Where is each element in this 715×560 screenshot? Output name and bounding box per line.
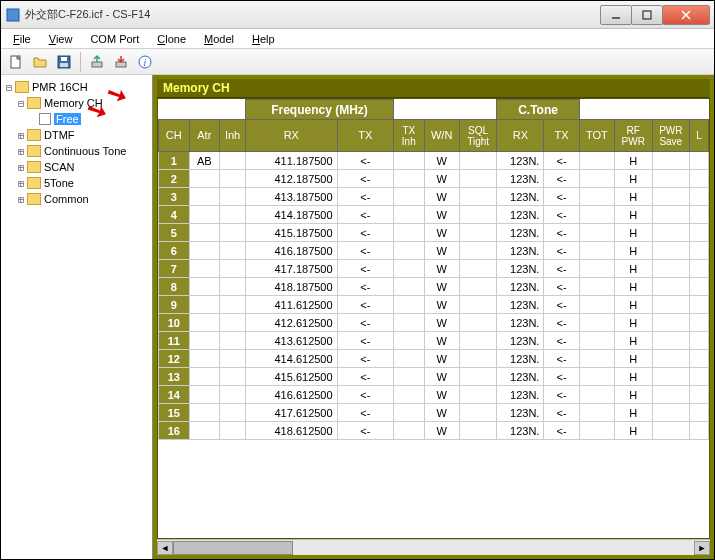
cell-inh[interactable] <box>220 278 246 296</box>
cell-ctone-tx[interactable]: <- <box>544 350 579 368</box>
tree-item-continuous-tone[interactable]: ⊞Continuous Tone <box>3 143 150 159</box>
cell-tot[interactable] <box>579 386 614 404</box>
tree-item-free[interactable]: Free <box>3 111 150 127</box>
cell-wn[interactable]: W <box>424 404 459 422</box>
cell-tx[interactable]: <- <box>337 368 393 386</box>
cell-ctone-tx[interactable]: <- <box>544 188 579 206</box>
cell-txinh[interactable] <box>394 278 425 296</box>
menu-model[interactable]: Model <box>196 31 242 47</box>
cell-ch[interactable]: 2 <box>159 170 190 188</box>
header-wn[interactable]: W/N <box>424 120 459 152</box>
cell-inh[interactable] <box>220 188 246 206</box>
cell-ch[interactable]: 15 <box>159 404 190 422</box>
header-tot[interactable]: TOT <box>579 120 614 152</box>
cell-lo[interactable] <box>690 386 709 404</box>
cell-atr[interactable] <box>189 188 220 206</box>
cell-tot[interactable] <box>579 368 614 386</box>
cell-lo[interactable] <box>690 350 709 368</box>
cell-sql[interactable] <box>459 296 497 314</box>
cell-ctone-rx[interactable]: 123N. <box>497 422 544 440</box>
cell-tx[interactable]: <- <box>337 188 393 206</box>
cell-ch[interactable]: 5 <box>159 224 190 242</box>
cell-sql[interactable] <box>459 278 497 296</box>
cell-wn[interactable]: W <box>424 170 459 188</box>
cell-sql[interactable] <box>459 368 497 386</box>
cell-tx[interactable]: <- <box>337 152 393 170</box>
cell-txinh[interactable] <box>394 224 425 242</box>
table-row[interactable]: 5415.187500<-W123N.<-H <box>159 224 709 242</box>
cell-rfpwr[interactable]: H <box>614 170 652 188</box>
cell-rx[interactable]: 412.612500 <box>245 314 337 332</box>
table-row[interactable]: 13415.612500<-W123N.<-H <box>159 368 709 386</box>
cell-txinh[interactable] <box>394 170 425 188</box>
table-row[interactable]: 9411.612500<-W123N.<-H <box>159 296 709 314</box>
cell-ctone-tx[interactable]: <- <box>544 224 579 242</box>
cell-rfpwr[interactable]: H <box>614 404 652 422</box>
scroll-right-button[interactable]: ► <box>694 541 710 555</box>
cell-inh[interactable] <box>220 296 246 314</box>
cell-tot[interactable] <box>579 242 614 260</box>
cell-lo[interactable] <box>690 260 709 278</box>
upload-button[interactable] <box>86 51 108 73</box>
cell-rfpwr[interactable]: H <box>614 422 652 440</box>
cell-rfpwr[interactable]: H <box>614 386 652 404</box>
cell-atr[interactable] <box>189 404 220 422</box>
cell-rx[interactable]: 412.187500 <box>245 170 337 188</box>
cell-atr[interactable] <box>189 278 220 296</box>
cell-inh[interactable] <box>220 242 246 260</box>
cell-ctone-tx[interactable]: <- <box>544 278 579 296</box>
cell-ctone-rx[interactable]: 123N. <box>497 296 544 314</box>
cell-tot[interactable] <box>579 350 614 368</box>
cell-atr[interactable] <box>189 170 220 188</box>
cell-ctone-tx[interactable]: <- <box>544 386 579 404</box>
cell-rfpwr[interactable]: H <box>614 206 652 224</box>
cell-inh[interactable] <box>220 206 246 224</box>
cell-rx[interactable]: 413.187500 <box>245 188 337 206</box>
cell-rfpwr[interactable]: H <box>614 278 652 296</box>
cell-inh[interactable] <box>220 170 246 188</box>
cell-pwrsave[interactable] <box>652 422 690 440</box>
horizontal-scrollbar[interactable]: ◄ ► <box>157 539 710 555</box>
cell-atr[interactable] <box>189 224 220 242</box>
new-file-button[interactable] <box>5 51 27 73</box>
cell-atr[interactable] <box>189 296 220 314</box>
cell-ctone-rx[interactable]: 123N. <box>497 404 544 422</box>
table-row[interactable]: 12414.612500<-W123N.<-H <box>159 350 709 368</box>
cell-atr[interactable] <box>189 242 220 260</box>
cell-pwrsave[interactable] <box>652 404 690 422</box>
cell-lo[interactable] <box>690 332 709 350</box>
cell-pwrsave[interactable] <box>652 242 690 260</box>
cell-pwrsave[interactable] <box>652 188 690 206</box>
cell-sql[interactable] <box>459 188 497 206</box>
cell-inh[interactable] <box>220 224 246 242</box>
table-row[interactable]: 16418.612500<-W123N.<-H <box>159 422 709 440</box>
cell-ctone-tx[interactable]: <- <box>544 314 579 332</box>
tree-item-dtmf[interactable]: ⊞DTMF <box>3 127 150 143</box>
cell-ch[interactable]: 12 <box>159 350 190 368</box>
cell-txinh[interactable] <box>394 206 425 224</box>
cell-ctone-tx[interactable]: <- <box>544 242 579 260</box>
cell-rfpwr[interactable]: H <box>614 368 652 386</box>
table-row[interactable]: 4414.187500<-W123N.<-H <box>159 206 709 224</box>
cell-txinh[interactable] <box>394 296 425 314</box>
cell-ch[interactable]: 11 <box>159 332 190 350</box>
cell-ch[interactable]: 16 <box>159 422 190 440</box>
open-file-button[interactable] <box>29 51 51 73</box>
cell-inh[interactable] <box>220 152 246 170</box>
table-row[interactable]: 1AB411.187500<-W123N.<-H <box>159 152 709 170</box>
cell-sql[interactable] <box>459 404 497 422</box>
cell-lo[interactable] <box>690 224 709 242</box>
cell-txinh[interactable] <box>394 350 425 368</box>
menu-file[interactable]: File <box>5 31 39 47</box>
cell-lo[interactable] <box>690 242 709 260</box>
cell-rx[interactable]: 411.612500 <box>245 296 337 314</box>
cell-tot[interactable] <box>579 422 614 440</box>
close-button[interactable] <box>662 5 710 25</box>
cell-ctone-tx[interactable]: <- <box>544 206 579 224</box>
cell-ctone-tx[interactable]: <- <box>544 422 579 440</box>
cell-txinh[interactable] <box>394 260 425 278</box>
cell-ctone-rx[interactable]: 123N. <box>497 278 544 296</box>
cell-pwrsave[interactable] <box>652 332 690 350</box>
cell-sql[interactable] <box>459 332 497 350</box>
cell-ctone-tx[interactable]: <- <box>544 170 579 188</box>
